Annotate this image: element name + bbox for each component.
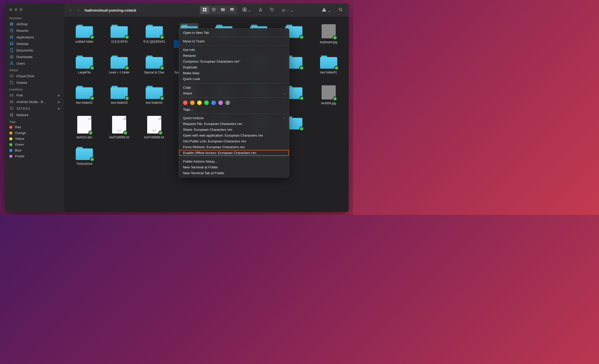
- menu-new-terminal-tab[interactable]: New Terminal Tab at Folder: [179, 170, 289, 176]
- sidebar-item-icloud-drive[interactable]: iCloud Drive: [5, 73, 64, 79]
- sidebar-item-users[interactable]: Users: [5, 60, 64, 67]
- sidebar-item-downloads[interactable]: Downloads: [5, 54, 64, 60]
- group-button[interactable]: ⌄: [241, 6, 253, 14]
- file-item[interactable]: ✓test folder03: [103, 83, 135, 110]
- menu-public-link[interactable]: Get Public Link: European Characters ren: [179, 138, 289, 144]
- menu-open-web[interactable]: Open with web application: European Char…: [179, 133, 289, 138]
- menu-tags[interactable]: Tags…: [179, 107, 289, 112]
- sidebar-item-blue[interactable]: Blue: [5, 147, 64, 153]
- close-button[interactable]: [9, 8, 12, 11]
- eject-icon[interactable]: ⏏: [58, 94, 60, 97]
- forward-button[interactable]: ›: [76, 7, 81, 14]
- sidebar-item-applications[interactable]: Applications: [5, 34, 64, 40]
- sidebar-item-network[interactable]: Network: [5, 112, 64, 118]
- file-label: LargeFile: [78, 71, 91, 74]
- menu-copy[interactable]: Copy: [179, 85, 289, 90]
- sidebar-item-recents[interactable]: Recents: [5, 27, 64, 34]
- divider: [181, 114, 287, 114]
- action-button[interactable]: ⊙⋯ ⌄: [280, 7, 295, 14]
- menu-quick-actions[interactable]: Quick Actions›: [179, 115, 289, 121]
- file-item[interactable]: ✓test folder04: [138, 83, 170, 110]
- file-item[interactable]: ✓test folder01: [313, 53, 345, 80]
- tag-color-button[interactable]: [218, 100, 223, 105]
- divider: [181, 97, 287, 98]
- eject-icon[interactable]: ⏏: [58, 107, 60, 110]
- sidebar-item-label: Purple: [15, 154, 24, 158]
- sidebar-item-label: Green: [15, 143, 24, 146]
- menu-share[interactable]: Share›: [179, 90, 289, 96]
- menu-folder-actions[interactable]: Folder Actions Setup…: [179, 159, 289, 164]
- tag-color-button[interactable]: [190, 100, 195, 105]
- file-item[interactable]: ✓test folder02: [68, 83, 100, 110]
- maximize-button[interactable]: [19, 8, 22, 11]
- menu-compress[interactable]: Compress "European Characters ren": [179, 59, 289, 64]
- file-item[interactable]: ✓Level + 1 folder: [103, 53, 135, 80]
- minimize-button[interactable]: [14, 8, 17, 11]
- menu-quick-look[interactable]: Quick Look: [179, 76, 289, 82]
- sync-check-icon: ✓: [299, 35, 304, 39]
- sidebar-item-fork[interactable]: Fork⏏: [5, 92, 64, 98]
- back-button[interactable]: ‹: [68, 7, 73, 14]
- tag-color-button[interactable]: [211, 100, 216, 105]
- sidebar-item-127-0-0-1[interactable]: 127.0.0.1⏏: [5, 105, 64, 112]
- sidebar-item-green[interactable]: Green: [5, 142, 64, 147]
- file-label: test folder03: [111, 101, 127, 105]
- menu-share-item[interactable]: Share: European Characters ren: [179, 127, 289, 133]
- sidebar-item-desktop[interactable]: Desktop: [5, 40, 64, 47]
- file-item[interactable]: TXT✓testTxt0006.txt: [103, 113, 135, 141]
- icon-view-button[interactable]: [200, 6, 209, 14]
- tag-button[interactable]: [268, 6, 276, 14]
- sidebar-item-airdrop[interactable]: AirDrop: [5, 21, 64, 27]
- file-item[interactable]: TXT✓testTxt0008.txt: [138, 113, 170, 141]
- menu-offline-access[interactable]: Enable Offline Access: European Characte…: [179, 150, 289, 156]
- eject-icon[interactable]: ⏏: [58, 100, 60, 103]
- file-item[interactable]: ✓中文-[]目录Dir01: [138, 22, 170, 49]
- file-item[interactable]: ✓Special & Char: [138, 53, 170, 80]
- sidebar-item-documents[interactable]: Documents: [5, 47, 64, 54]
- menu-force-refresh[interactable]: Force Refresh: European Characters ren: [179, 144, 289, 150]
- file-item[interactable]: ✓日文文件Fld: [103, 22, 135, 49]
- sidebar-item-shared[interactable]: Shared: [5, 79, 64, 86]
- tag-color-button[interactable]: [204, 100, 209, 105]
- gallery-view-button[interactable]: [227, 6, 237, 14]
- tag-color-button[interactable]: [197, 100, 202, 105]
- list-view-button[interactable]: [209, 6, 218, 14]
- desktop-icon: [9, 41, 14, 46]
- sync-check-icon: ✓: [334, 66, 339, 70]
- file-item[interactable]: ✓keyboard.jpg: [313, 22, 345, 49]
- share-button[interactable]: [256, 6, 265, 14]
- divider: [181, 157, 287, 157]
- file-item[interactable]: ✓test010.abc: [68, 113, 100, 141]
- file-label: 中文-[]目录Dir01: [143, 40, 165, 44]
- locations-header: Locations: [5, 86, 64, 92]
- alert-button[interactable]: ⌄: [320, 6, 333, 14]
- menu-open-new-tab[interactable]: Open in New Tab: [179, 30, 289, 36]
- sidebar-item-orange[interactable]: Orange: [5, 130, 64, 136]
- file-item[interactable]: ✓untitled folder: [68, 22, 100, 49]
- file-item[interactable]: ✓TriofoxDrive: [68, 144, 100, 167]
- menu-new-terminal[interactable]: New Terminal at Folder: [179, 164, 289, 170]
- menu-move-trash[interactable]: Move to Trash: [179, 38, 289, 44]
- tag-color-button[interactable]: [183, 100, 188, 105]
- menu-get-info[interactable]: Get Info: [179, 47, 289, 53]
- menu-make-alias[interactable]: Make Alias: [179, 70, 289, 76]
- divider: [181, 83, 287, 83]
- sidebar-item-label: Network: [16, 113, 29, 117]
- search-button[interactable]: [336, 6, 345, 14]
- menu-duplicate[interactable]: Duplicate: [179, 64, 289, 70]
- menu-request-file[interactable]: Request File: European Characters ren: [179, 121, 289, 127]
- menu-rename[interactable]: Rename: [179, 53, 289, 59]
- sidebar-item-android-studio-b-[interactable]: Android Studio - B…⏏: [5, 98, 64, 105]
- sync-check-icon: ✓: [299, 66, 304, 70]
- svg-rect-29: [230, 11, 231, 11]
- sidebar-item-red[interactable]: Red: [5, 124, 64, 130]
- column-view-button[interactable]: [218, 6, 227, 14]
- favorites-header: Favorites: [5, 15, 64, 21]
- sidebar-item-label: Downloads: [16, 55, 33, 59]
- file-item[interactable]: ✓test006.jpg: [313, 83, 345, 110]
- tag-color-button[interactable]: [225, 100, 230, 105]
- sidebar-item-label: Fork: [16, 93, 23, 97]
- file-item[interactable]: ✓LargeFile: [68, 53, 100, 80]
- sidebar-item-purple[interactable]: Purple: [5, 153, 64, 159]
- sidebar-item-yellow[interactable]: Yellow: [5, 136, 64, 142]
